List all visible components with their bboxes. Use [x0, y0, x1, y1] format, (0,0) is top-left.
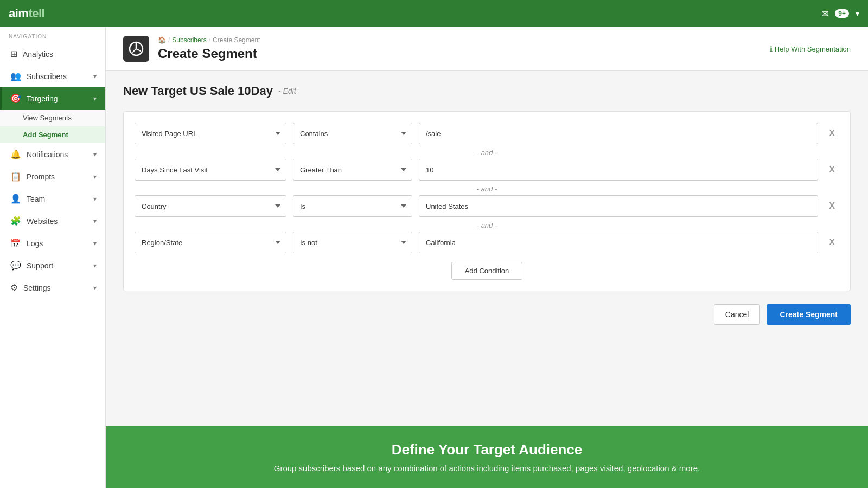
breadcrumb: 🏠 / Subscribers / Create Segment — [158, 36, 260, 44]
and-separator-2: - and - — [135, 185, 839, 193]
sidebar-item-label: Settings — [23, 284, 51, 292]
sidebar-item-settings[interactable]: ⚙ Settings ▾ — [0, 277, 105, 299]
condition-row: Visited Page URL Country Region/State Da… — [135, 195, 839, 217]
logs-icon: 📅 — [10, 238, 21, 248]
page-icon — [123, 36, 149, 62]
condition-operator-select-2[interactable]: Contains Does Not Contain Is Is not Grea… — [293, 159, 412, 181]
sidebar-sub-label: Add Segment — [23, 131, 68, 139]
cancel-button[interactable]: Cancel — [714, 304, 761, 325]
subscribers-icon: 👥 — [10, 71, 21, 81]
page-header-left: 🏠 / Subscribers / Create Segment Create … — [123, 36, 260, 62]
remove-condition-button-3[interactable]: X — [825, 199, 839, 213]
condition-field-select-4[interactable]: Visited Page URL Country Region/State Da… — [135, 232, 286, 253]
footer-title: Define Your Target Audience — [127, 441, 846, 458]
add-condition-button[interactable]: Add Condition — [451, 262, 523, 280]
breadcrumb-home-icon: 🏠 — [158, 36, 166, 44]
condition-value-input-1[interactable] — [419, 123, 818, 144]
sidebar-item-prompts[interactable]: 📋 Prompts ▾ — [0, 165, 105, 188]
chevron-down-icon: ▾ — [93, 95, 97, 102]
conditions-container: Visited Page URL Country Region/State Da… — [123, 111, 851, 291]
condition-operator-select-4[interactable]: Contains Does Not Contain Is Is not Grea… — [293, 232, 412, 253]
page-header: 🏠 / Subscribers / Create Segment Create … — [106, 27, 868, 71]
sidebar-item-label: Targeting — [27, 94, 58, 103]
page-title: Create Segment — [158, 46, 260, 61]
sidebar: NAVIGATION ⊞ Analytics 👥 Subscribers ▾ 🎯… — [0, 27, 106, 488]
remove-condition-button-1[interactable]: X — [825, 126, 839, 140]
condition-field-select-2[interactable]: Visited Page URL Country Region/State Da… — [135, 159, 286, 181]
condition-operator-select-3[interactable]: Contains Does Not Contain Is Is not Grea… — [293, 195, 412, 217]
chevron-down-icon: ▾ — [93, 173, 97, 181]
segment-name-row: New Target US Sale 10Day - Edit — [123, 84, 851, 98]
prompts-icon: 📋 — [10, 171, 21, 182]
create-segment-button[interactable]: Create Segment — [767, 304, 851, 325]
sidebar-item-label: Logs — [27, 239, 43, 248]
help-link[interactable]: ℹ Help With Segmentation — [770, 45, 851, 53]
condition-value-input-2[interactable] — [419, 159, 818, 181]
sidebar-item-label: Support — [27, 261, 53, 270]
condition-field-select-3[interactable]: Visited Page URL Country Region/State Da… — [135, 195, 286, 217]
sidebar-item-logs[interactable]: 📅 Logs ▾ — [0, 232, 105, 254]
logo: aimtell — [9, 7, 44, 21]
condition-row: Visited Page URL Country Region/State Da… — [135, 232, 839, 253]
sidebar-item-label: Notifications — [27, 150, 68, 159]
chevron-down-icon: ▾ — [93, 151, 97, 158]
condition-value-input-4[interactable] — [419, 232, 818, 253]
targeting-icon: 🎯 — [10, 93, 21, 104]
add-condition-row: Add Condition — [135, 262, 839, 280]
page-title-block: 🏠 / Subscribers / Create Segment Create … — [158, 36, 260, 61]
nav-label: NAVIGATION — [0, 27, 105, 43]
main-scroll-area: New Target US Sale 10Day - Edit Visited … — [106, 71, 868, 426]
and-separator-3: - and - — [135, 221, 839, 229]
help-icon: ℹ — [770, 45, 775, 53]
chevron-down-icon: ▾ — [93, 73, 97, 80]
edit-segment-link[interactable]: - Edit — [278, 87, 296, 95]
topbar-right: ✉ 9+ ▾ — [821, 9, 859, 19]
breadcrumb-subscribers[interactable]: Subscribers — [172, 36, 206, 44]
team-icon: 👤 — [10, 194, 21, 204]
breadcrumb-current: Create Segment — [213, 36, 260, 44]
condition-value-input-3[interactable] — [419, 195, 818, 217]
settings-icon: ⚙ — [10, 282, 18, 293]
condition-field-select-1[interactable]: Visited Page URL Country Region/State Da… — [135, 123, 286, 144]
sidebar-item-analytics[interactable]: ⊞ Analytics — [0, 43, 105, 65]
topbar-dropdown-chevron[interactable]: ▾ — [856, 9, 859, 18]
sidebar-item-team[interactable]: 👤 Team ▾ — [0, 188, 105, 210]
sidebar-item-label: Analytics — [23, 50, 53, 59]
sidebar-item-targeting[interactable]: 🎯 Targeting ▾ — [0, 87, 105, 110]
mail-icon[interactable]: ✉ — [821, 9, 828, 19]
condition-operator-select-1[interactable]: Contains Does Not Contain Is Is not Grea… — [293, 123, 412, 144]
sidebar-sub-view-segments[interactable]: View Segments — [0, 110, 105, 126]
support-icon: 💬 — [10, 260, 21, 271]
condition-row: Visited Page URL Country Region/State Da… — [135, 159, 839, 181]
sidebar-item-label: Subscribers — [27, 72, 67, 81]
sidebar-item-subscribers[interactable]: 👥 Subscribers ▾ — [0, 65, 105, 87]
and-separator-1: - and - — [135, 149, 839, 157]
websites-icon: 🧩 — [10, 216, 21, 226]
segment-name: New Target US Sale 10Day — [123, 84, 273, 98]
sidebar-item-label: Prompts — [27, 172, 55, 181]
chevron-down-icon: ▾ — [93, 284, 97, 292]
chevron-down-icon: ▾ — [93, 240, 97, 247]
condition-row: Visited Page URL Country Region/State Da… — [135, 123, 839, 144]
sidebar-sub-label: View Segments — [23, 114, 72, 122]
sidebar-item-support[interactable]: 💬 Support ▾ — [0, 254, 105, 277]
chevron-down-icon: ▾ — [93, 262, 97, 269]
content-area: 🏠 / Subscribers / Create Segment Create … — [106, 27, 868, 488]
remove-condition-button-4[interactable]: X — [825, 235, 839, 249]
sidebar-item-websites[interactable]: 🧩 Websites ▾ — [0, 210, 105, 232]
footer-banner: Define Your Target Audience Group subscr… — [106, 426, 868, 488]
notification-badge[interactable]: 9+ — [835, 9, 849, 18]
sidebar-sub-add-segment[interactable]: Add Segment — [0, 126, 105, 143]
sidebar-item-notifications[interactable]: 🔔 Notifications ▾ — [0, 143, 105, 165]
chevron-down-icon: ▾ — [93, 195, 97, 203]
actions-row: Cancel Create Segment — [123, 304, 851, 325]
notifications-icon: 🔔 — [10, 149, 21, 159]
sidebar-item-label: Websites — [27, 217, 58, 226]
remove-condition-button-2[interactable]: X — [825, 163, 839, 177]
analytics-icon: ⊞ — [10, 49, 17, 59]
sidebar-item-label: Team — [27, 195, 45, 203]
topbar: aimtell ✉ 9+ ▾ — [0, 0, 868, 27]
footer-subtitle: Group subscribers based on any combinati… — [127, 464, 846, 473]
chevron-down-icon: ▾ — [93, 217, 97, 225]
